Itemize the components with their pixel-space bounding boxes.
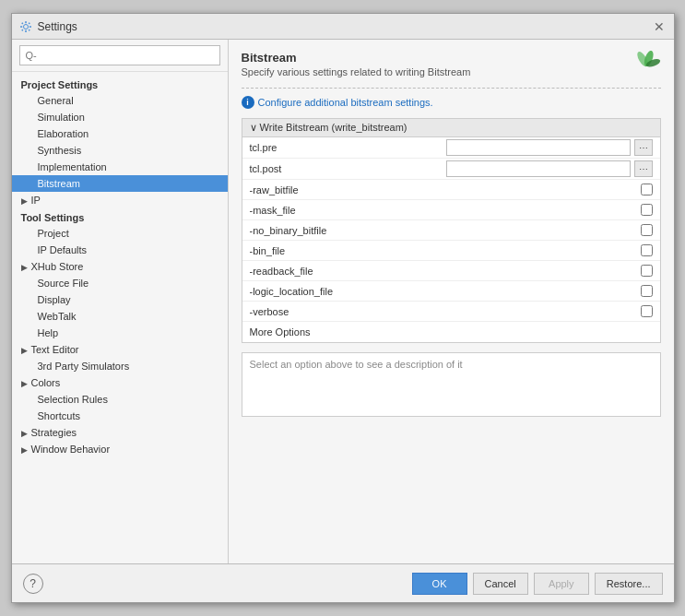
sidebar-item-ip-defaults[interactable]: IP Defaults <box>12 242 228 258</box>
sidebar-item-synthesis[interactable]: Synthesis <box>12 142 228 159</box>
no-binary-bitfile-value <box>641 224 653 236</box>
sidebar-item-colors[interactable]: ▶Colors <box>12 374 228 391</box>
svg-rect-5 <box>21 22 23 24</box>
more-options-label: More Options <box>250 326 653 338</box>
mask-file-checkbox[interactable] <box>641 204 653 216</box>
sidebar-item-general[interactable]: General <box>12 92 228 109</box>
sidebar-item-text-editor[interactable]: ▶Text Editor <box>12 341 228 358</box>
verbose-label: -verbose <box>250 306 641 317</box>
readback-file-label: -readback_file <box>250 266 641 277</box>
raw-bitfile-label: -raw_bitfile <box>250 184 641 195</box>
option-row-bin-file: -bin_file <box>242 241 660 261</box>
sidebar-item-ip[interactable]: ▶IP <box>12 192 228 208</box>
panel-subtitle: Specify various settings related to writ… <box>242 66 471 77</box>
info-icon: i <box>242 96 254 109</box>
options-table: ∨ Write Bitstream (write_bitstream) tcl.… <box>242 118 661 343</box>
raw-bitfile-value <box>641 184 653 195</box>
sidebar-item-shortcuts[interactable]: Shortcuts <box>12 408 228 424</box>
sidebar-item-implementation[interactable]: Implementation <box>12 159 228 175</box>
app-icon <box>19 20 32 33</box>
sidebar-item-help[interactable]: Help <box>12 325 228 341</box>
tcl-post-value: ⋯ <box>446 160 653 177</box>
svg-rect-7 <box>21 29 23 30</box>
help-button[interactable]: ? <box>23 574 43 594</box>
option-row-readback-file: -readback_file <box>242 261 660 281</box>
sidebar-item-selection-rules[interactable]: Selection Rules <box>12 391 228 408</box>
sidebar-item-strategies[interactable]: ▶Strategies <box>12 424 228 441</box>
sidebar-content: Project Settings General Simulation Elab… <box>12 72 228 563</box>
dialog-title: Settings <box>38 20 77 33</box>
tcl-pre-browse-btn[interactable]: ⋯ <box>634 139 653 156</box>
mask-file-label: -mask_file <box>250 205 641 216</box>
sidebar-item-xhub-store[interactable]: ▶XHub Store <box>12 258 228 275</box>
option-row-more-options: More Options <box>242 322 660 342</box>
sidebar-item-bitstream[interactable]: Bitstream <box>12 175 228 192</box>
tcl-post-input[interactable] <box>446 160 631 177</box>
verbose-value <box>641 305 653 317</box>
dialog-footer: ? OK Cancel Apply Restore... <box>12 563 674 602</box>
no-binary-bitfile-label: -no_binary_bitfile <box>250 225 641 236</box>
verbose-checkbox[interactable] <box>641 305 653 317</box>
svg-point-0 <box>23 24 28 29</box>
description-area: Select an option above to see a descript… <box>242 352 661 417</box>
settings-dialog: Settings ✕ Project Settings General Simu… <box>11 13 675 603</box>
dialog-body: Project Settings General Simulation Elab… <box>12 40 674 563</box>
sidebar: Project Settings General Simulation Elab… <box>12 40 229 563</box>
panel-header: Bitstream Specify various settings relat… <box>242 51 661 80</box>
logic-location-file-label: -logic_location_file <box>250 286 641 297</box>
logic-location-file-value <box>641 285 653 297</box>
sidebar-item-elaboration[interactable]: Elaboration <box>12 125 228 142</box>
option-row-verbose: -verbose <box>242 302 660 322</box>
sidebar-item-display[interactable]: Display <box>12 291 228 308</box>
readback-file-value <box>641 265 653 277</box>
option-row-no-binary-bitfile: -no_binary_bitfile <box>242 220 660 241</box>
title-bar-left: Settings <box>19 20 77 33</box>
svg-rect-1 <box>25 21 27 23</box>
mask-file-value <box>641 204 653 216</box>
sidebar-item-project[interactable]: Project <box>12 225 228 242</box>
sidebar-item-window-behavior[interactable]: ▶Window Behavior <box>12 441 228 457</box>
no-binary-bitfile-checkbox[interactable] <box>641 224 653 236</box>
tcl-pre-label: tcl.pre <box>250 142 446 153</box>
tool-settings-label: Tool Settings <box>12 208 228 225</box>
restore-button[interactable]: Restore... <box>595 573 663 595</box>
sidebar-item-3rd-party-simulators[interactable]: 3rd Party Simulators <box>12 358 228 374</box>
panel-title: Bitstream <box>242 51 471 65</box>
project-settings-label: Project Settings <box>12 76 228 92</box>
title-bar: Settings ✕ <box>12 14 674 40</box>
tcl-pre-input[interactable] <box>446 139 631 156</box>
cancel-button[interactable]: Cancel <box>473 573 528 595</box>
option-row-raw-bitfile: -raw_bitfile <box>242 180 660 200</box>
search-input[interactable] <box>19 45 220 65</box>
tcl-post-browse-btn[interactable]: ⋯ <box>634 160 653 177</box>
main-panel: Bitstream Specify various settings relat… <box>229 40 674 563</box>
sidebar-item-source-file[interactable]: Source File <box>12 275 228 291</box>
tcl-post-label: tcl.post <box>250 163 446 174</box>
logic-location-file-checkbox[interactable] <box>641 285 653 297</box>
description-text: Select an option above to see a descript… <box>250 359 463 370</box>
separator <box>242 88 661 89</box>
option-row-tcl-pre: tcl.pre ⋯ <box>242 137 660 159</box>
ok-button[interactable]: OK <box>412 573 467 595</box>
svg-rect-4 <box>29 26 30 28</box>
bin-file-checkbox[interactable] <box>641 244 653 256</box>
close-button[interactable]: ✕ <box>652 19 667 34</box>
readback-file-checkbox[interactable] <box>641 265 653 277</box>
option-row-tcl-post: tcl.post ⋯ <box>242 159 660 180</box>
svg-rect-3 <box>20 26 22 28</box>
svg-rect-8 <box>28 29 30 30</box>
bin-file-value <box>641 244 653 256</box>
vivado-logo <box>632 51 661 80</box>
info-link[interactable]: i Configure additional bitstream setting… <box>242 96 661 109</box>
tcl-pre-value: ⋯ <box>446 139 653 156</box>
sidebar-item-simulation[interactable]: Simulation <box>12 109 228 125</box>
search-box <box>12 40 228 72</box>
sidebar-item-webtalk[interactable]: WebTalk <box>12 308 228 325</box>
bin-file-label: -bin_file <box>250 245 641 256</box>
svg-rect-6 <box>28 22 30 24</box>
info-link-text: Configure additional bitstream settings. <box>258 97 433 108</box>
option-row-logic-location-file: -logic_location_file <box>242 281 660 302</box>
section-header[interactable]: ∨ Write Bitstream (write_bitstream) <box>242 119 660 137</box>
raw-bitfile-checkbox[interactable] <box>641 184 653 195</box>
apply-button[interactable]: Apply <box>534 573 589 595</box>
